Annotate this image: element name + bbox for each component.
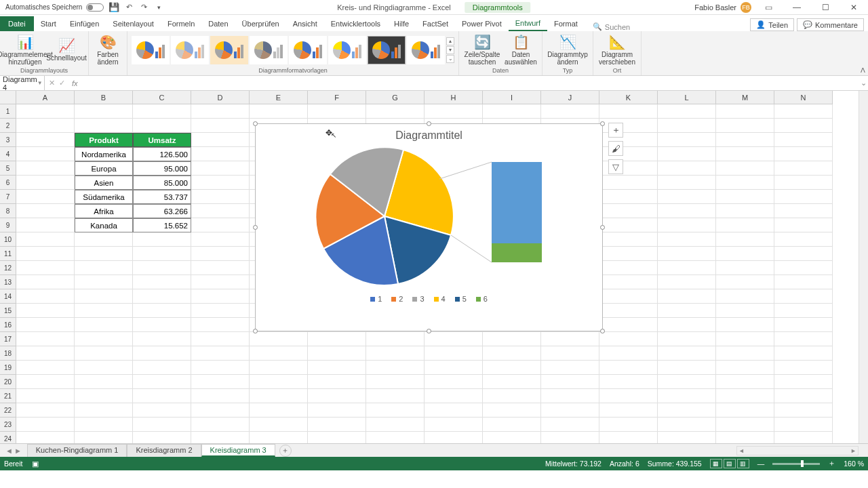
switch-row-col-button[interactable]: 🔄 Zeile/Spalte tauschen	[463, 35, 501, 66]
horizontal-scrollbar[interactable]: ◄ ►	[736, 446, 859, 455]
row-1[interactable]: 1	[0, 104, 16, 119]
cell[interactable]	[133, 304, 191, 318]
cell[interactable]: Umsatz	[133, 133, 191, 147]
col-N[interactable]: N	[774, 91, 833, 104]
cell[interactable]	[16, 190, 75, 204]
cell[interactable]	[716, 318, 774, 332]
cell[interactable]	[658, 346, 716, 361]
tell-me-search[interactable]: 🔍 Suchen	[593, 22, 630, 31]
cell[interactable]	[716, 190, 774, 204]
cell[interactable]	[716, 332, 774, 346]
redo-icon[interactable]: ↷	[139, 3, 149, 12]
cell[interactable]	[308, 104, 366, 119]
toggle-switch[interactable]	[86, 3, 104, 12]
cell[interactable]	[133, 275, 191, 289]
cell[interactable]	[658, 275, 716, 289]
cell[interactable]	[75, 275, 133, 289]
col-E[interactable]: E	[250, 91, 308, 104]
select-all-corner[interactable]	[0, 91, 16, 104]
zoom-in-icon[interactable]: ＋	[828, 459, 835, 468]
cell[interactable]: Nordamerika	[75, 147, 133, 161]
enter-formula-icon[interactable]: ✓	[59, 79, 65, 87]
cell[interactable]	[425, 389, 483, 403]
name-box[interactable]: Diagramm 4 ▼	[0, 76, 45, 90]
cell[interactable]	[658, 375, 716, 389]
cell[interactable]	[599, 418, 658, 432]
cell[interactable]	[75, 346, 133, 361]
cell[interactable]	[191, 104, 250, 119]
cell[interactable]	[16, 418, 75, 432]
cell[interactable]	[425, 432, 483, 443]
cell[interactable]	[133, 119, 191, 133]
cell[interactable]	[191, 403, 250, 418]
cell[interactable]	[133, 232, 191, 247]
tab-start[interactable]: Start	[34, 16, 63, 31]
cell[interactable]	[541, 375, 599, 389]
autosave-toggle[interactable]: Automatisches Speichern	[5, 3, 104, 12]
cell[interactable]	[658, 289, 716, 304]
cell[interactable]	[191, 332, 250, 346]
cell[interactable]	[250, 418, 308, 432]
cell[interactable]	[16, 133, 75, 147]
tab-daten[interactable]: Daten	[201, 16, 235, 31]
cell[interactable]	[658, 190, 716, 204]
tab-ansicht[interactable]: Ansicht	[286, 16, 324, 31]
cell[interactable]	[16, 261, 75, 275]
cell[interactable]	[658, 176, 716, 190]
cell[interactable]	[716, 147, 774, 161]
row-2[interactable]: 2	[0, 119, 16, 133]
cell[interactable]	[658, 389, 716, 403]
cell[interactable]	[716, 218, 774, 232]
cell[interactable]	[599, 375, 658, 389]
cell[interactable]	[75, 418, 133, 432]
col-M[interactable]: M	[716, 91, 774, 104]
cell[interactable]	[191, 346, 250, 361]
cell[interactable]	[366, 346, 425, 361]
cell[interactable]	[425, 361, 483, 375]
cell[interactable]	[133, 247, 191, 261]
cell[interactable]	[16, 332, 75, 346]
cell[interactable]	[191, 432, 250, 443]
cell[interactable]: 85.000	[133, 176, 191, 190]
cell[interactable]	[366, 332, 425, 346]
cell[interactable]	[191, 389, 250, 403]
cell[interactable]	[16, 232, 75, 247]
cell[interactable]	[658, 119, 716, 133]
cell[interactable]	[425, 104, 483, 119]
tab-entwurf[interactable]: Entwurf	[509, 16, 547, 31]
row-8[interactable]: 8	[0, 204, 16, 218]
change-chart-type-button[interactable]: 📉 Diagrammtyp ändern	[547, 35, 589, 66]
col-C[interactable]: C	[133, 91, 191, 104]
cell[interactable]	[658, 361, 716, 375]
cell[interactable]	[541, 332, 599, 346]
col-K[interactable]: K	[599, 91, 658, 104]
cell[interactable]	[308, 432, 366, 443]
tab-überprüfen[interactable]: Überprüfen	[235, 16, 286, 31]
cell[interactable]	[483, 375, 541, 389]
cell[interactable]	[483, 361, 541, 375]
row-14[interactable]: 14	[0, 289, 16, 304]
cell[interactable]	[250, 332, 308, 346]
cell[interactable]	[250, 104, 308, 119]
qat-customize-icon[interactable]: ▾	[154, 3, 163, 12]
cell[interactable]: Südamerika	[75, 190, 133, 204]
normal-view-icon[interactable]: ▦	[710, 459, 722, 468]
cell[interactable]	[425, 418, 483, 432]
cell[interactable]	[250, 403, 308, 418]
cell[interactable]	[191, 261, 250, 275]
cell[interactable]	[541, 361, 599, 375]
chart-styles-gallery[interactable]: ▴▾⌄	[132, 33, 454, 67]
cell[interactable]	[133, 418, 191, 432]
cell[interactable]	[599, 403, 658, 418]
row-7[interactable]: 7	[0, 190, 16, 204]
cell[interactable]	[16, 304, 75, 318]
cell[interactable]	[16, 104, 75, 119]
cell[interactable]	[774, 389, 833, 403]
cell[interactable]	[658, 232, 716, 247]
chart-style-4[interactable]	[250, 36, 288, 64]
cell[interactable]	[774, 133, 833, 147]
tab-hilfe[interactable]: Hilfe	[387, 16, 416, 31]
cell[interactable]	[599, 104, 658, 119]
cell[interactable]	[425, 403, 483, 418]
column-headers[interactable]: ABCDEFGHIJKLMN	[16, 91, 859, 104]
